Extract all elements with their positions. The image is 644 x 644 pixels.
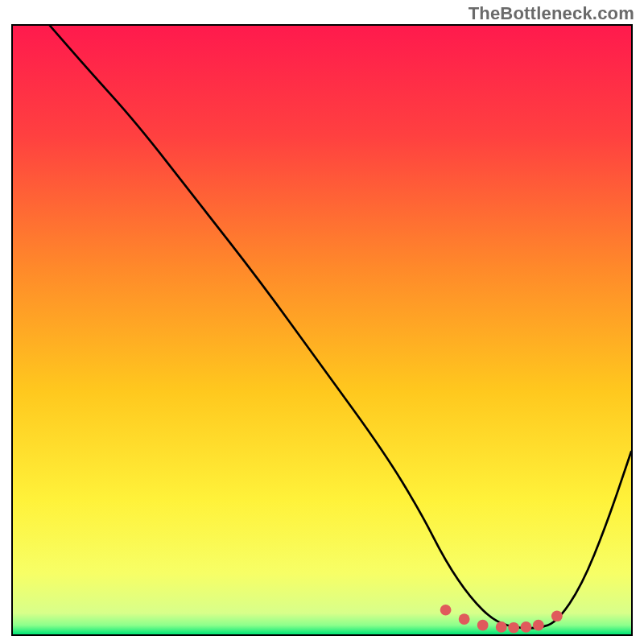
marker-dot — [508, 622, 519, 634]
plot-frame — [11, 24, 633, 636]
marker-dot — [459, 613, 470, 625]
watermark-text: TheBottleneck.com — [469, 3, 634, 24]
marker-dot — [551, 611, 563, 622]
marker-dot — [533, 620, 544, 631]
marker-dot — [521, 621, 532, 633]
gradient-bg — [13, 26, 631, 634]
marker-dot — [477, 620, 489, 631]
marker-dot — [496, 621, 507, 633]
chart-wrap: TheBottleneck.com — [0, 0, 644, 644]
plot-svg — [13, 26, 631, 634]
marker-dot — [440, 605, 452, 616]
